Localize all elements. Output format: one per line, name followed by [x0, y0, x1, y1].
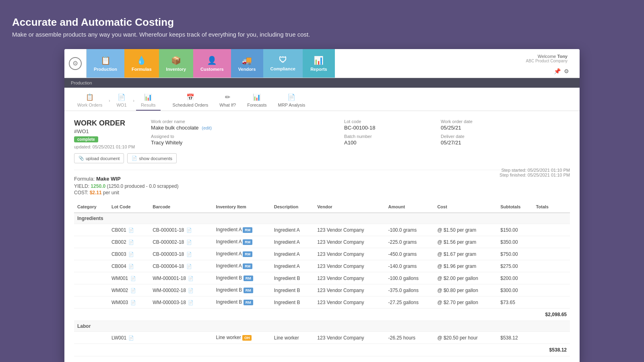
cell-item: Line worker OH — [213, 332, 271, 344]
sub-nav-item-work-orders[interactable]: 📋 Work Orders — [72, 91, 107, 111]
doc-icon[interactable]: 📄 — [186, 264, 192, 269]
cell-amount: -140.0 grams — [385, 260, 434, 272]
wo-lot-value: BC-00100-18 — [344, 125, 433, 131]
wo-deliver-group: Deliver date 05/27/21 — [441, 134, 529, 146]
nav-item-reports[interactable]: 📊 Reports — [303, 49, 335, 78]
nav-item-inventory[interactable]: 📦 Inventory — [159, 49, 194, 78]
doc-icon[interactable]: 📄 — [186, 240, 192, 245]
cell-amount: -27.25 gallons — [385, 296, 434, 309]
cell-total — [533, 272, 570, 284]
work-order-updated: updated: 05/25/2021 01:10 PM — [74, 144, 135, 149]
cell-lot: LW001 📄 — [108, 332, 149, 344]
cell-barcode: CB-000004-18 📄 — [149, 260, 213, 272]
cell-subtotal: $150.00 — [497, 224, 533, 236]
cell-desc: Ingredient B — [271, 296, 314, 309]
doc-icon[interactable]: 📄 — [130, 288, 136, 293]
nav-item-formulas[interactable]: 💧 Formulas — [124, 49, 159, 78]
doc-icon[interactable]: 📄 — [188, 300, 194, 305]
doc-icon[interactable]: 📄 — [186, 228, 192, 232]
table-row: LW001 📄 Line worker OH Line worker 123 V… — [74, 332, 570, 344]
doc-icon[interactable]: 📄 — [188, 288, 194, 293]
wo-assigned-label: Assigned to — [151, 134, 239, 139]
cell-category — [74, 284, 108, 296]
cell-subtotal: $750.00 — [497, 248, 533, 260]
ingredients-subtotal-value: $2,098.65 — [533, 309, 570, 321]
wo-batch-group: Batch number A100 — [344, 134, 433, 146]
cell-amount: -375.0 gallons — [385, 284, 434, 296]
work-order-id: #WO1 — [74, 128, 135, 134]
table-row: CB003 📄 CB-000003-18 📄 Ingredient A RM I… — [74, 248, 570, 260]
divider — [74, 170, 570, 170]
work-orders-icon: 📋 — [86, 93, 94, 101]
cell-subtotal: $73.65 — [497, 296, 533, 309]
results-label: Results — [141, 103, 156, 107]
nav-label-vendors: Vendors — [238, 67, 256, 72]
table-row: CB002 📄 CB-000002-18 📄 Ingredient A RM I… — [74, 236, 570, 248]
doc-icon[interactable]: 📄 — [130, 276, 136, 281]
cell-amount: -100.0 gallons — [385, 272, 434, 284]
nav-user: Welcome Tony ABC Product Company — [520, 51, 574, 66]
doc-icon[interactable]: 📄 — [188, 276, 194, 281]
ingredients-subtotal-row: $2,098.65 — [74, 309, 570, 321]
nav-item-customers[interactable]: 👤 Customers — [193, 49, 231, 78]
sub-nav-item-results[interactable]: 📊 Results — [136, 91, 161, 111]
cell-vendor: 123 Vendor Company — [314, 284, 385, 296]
doc-icon[interactable]: 📄 — [128, 240, 134, 245]
wo-lot-group: Lot code BC-00100-18 — [344, 119, 433, 131]
mrp-icon: 📄 — [287, 93, 295, 101]
doc-icon[interactable]: 📄 — [186, 252, 192, 257]
wo-name-group: Work order name Make bulk chocolate (edi… — [151, 119, 239, 131]
wo-name-label: Work order name — [151, 119, 239, 124]
doc-icon[interactable]: 📄 — [128, 252, 134, 257]
doc-icon[interactable]: 📄 — [128, 264, 134, 269]
cell-amount: -225.0 grams — [385, 236, 434, 248]
section-ingredients-label: Ingredients — [74, 213, 570, 224]
show-docs-icon: 📄 — [132, 156, 137, 161]
cell-category — [74, 332, 108, 344]
nav-item-vendors[interactable]: 🚚 Vendors — [231, 49, 263, 78]
col-inventory-item: Inventory Item — [213, 201, 271, 213]
formula-section: Formula: Make WIP YIELD: 1250.0 (1250.0 … — [74, 176, 570, 196]
cell-item: Ingredient A RM — [213, 236, 271, 248]
cell-item: Ingredient A RM — [213, 224, 271, 236]
cell-vendor: 123 Vendor Company — [314, 236, 385, 248]
col-lot-code: Lot Code — [108, 201, 149, 213]
wo-name-edit[interactable]: (edit) — [202, 125, 212, 130]
cell-lot: CB003 📄 — [108, 248, 149, 260]
upload-icon: 📎 — [78, 156, 84, 161]
doc-icon[interactable]: 📄 — [130, 300, 136, 305]
sub-nav-item-scheduled[interactable]: 📅 Scheduled Orders — [168, 91, 213, 111]
cell-cost: @ $20.50 per hour — [434, 332, 497, 344]
cell-desc: Ingredient B — [271, 284, 314, 296]
table-row: CB004 📄 CB-000004-18 📄 Ingredient A RM I… — [74, 260, 570, 272]
nav-label-formulas: Formulas — [132, 67, 152, 72]
settings-button[interactable]: ⚙ — [564, 68, 569, 74]
nav-item-compliance[interactable]: 🛡 Compliance — [263, 49, 303, 78]
mrp-label: MRP Analysis — [278, 103, 305, 107]
doc-icon[interactable]: 📄 — [128, 228, 134, 232]
sub-nav-item-whatif[interactable]: ✏ What If? — [215, 91, 241, 111]
page-header: Accurate and Automatic Costing Make or a… — [8, 16, 636, 38]
forecasts-icon: 📊 — [253, 93, 261, 101]
sub-nav-item-wo1[interactable]: 📄 WO1 — [111, 91, 131, 111]
labor-subtotal-value: $538.12 — [533, 344, 570, 356]
nav-label-reports: Reports — [310, 67, 327, 72]
formula-name: Make WIP — [96, 176, 121, 182]
compliance-icon: 🛡 — [279, 56, 287, 65]
cell-barcode: WM-000001-18 📄 — [149, 272, 213, 284]
nav-label-inventory: Inventory — [166, 67, 186, 72]
doc-icon[interactable]: 📄 — [128, 335, 134, 340]
upload-document-button[interactable]: 📎 upload document — [74, 153, 124, 163]
cell-desc: Line worker — [271, 332, 314, 344]
sub-nav-item-mrp[interactable]: 📄 MRP Analysis — [273, 91, 310, 111]
step-finished: Step finished: 05/25/2021 01:10 PM — [500, 173, 570, 177]
pin-button[interactable]: 📌 — [554, 68, 561, 74]
wo-batch-value: A100 — [344, 140, 433, 146]
section-ingredients: Ingredients — [74, 213, 570, 224]
nav-label-customers: Customers — [200, 67, 223, 72]
sub-nav-item-forecasts[interactable]: 📊 Forecasts — [242, 91, 271, 111]
badge-rm: RM — [243, 227, 252, 233]
nav-item-production[interactable]: 📋 Production — [87, 49, 124, 78]
show-documents-button[interactable]: 📄 show documents — [127, 153, 177, 163]
nav-logo[interactable]: ⚙ — [64, 49, 87, 78]
